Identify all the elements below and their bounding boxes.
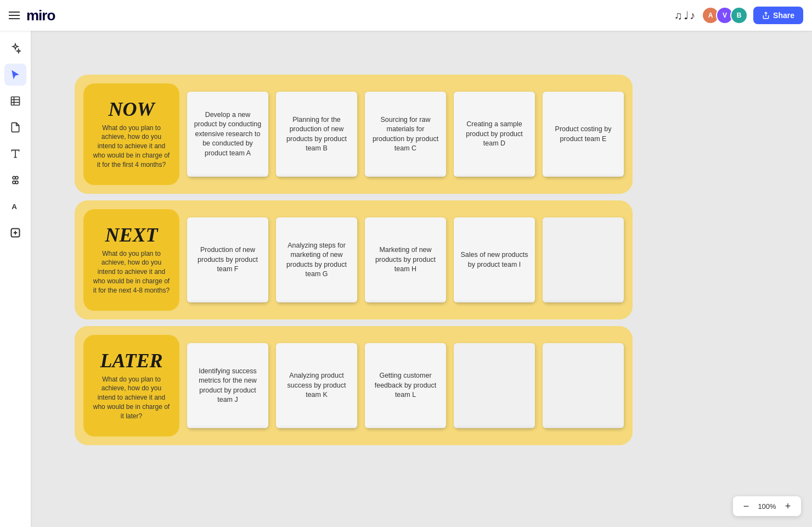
sticky-later-4[interactable]: [543, 343, 624, 428]
menu-button[interactable]: [9, 12, 20, 19]
sticky-later-1[interactable]: Analyzing product success by product tea…: [276, 343, 357, 428]
svg-rect-0: [12, 97, 20, 105]
lane-title-now: NOW: [108, 99, 154, 119]
sticky-next-0[interactable]: Production of new products by product te…: [187, 217, 268, 302]
ai-button[interactable]: [4, 37, 26, 59]
lane-desc-later: What do you plan to achieve, how do you …: [92, 375, 171, 421]
sidebar: A: [0, 31, 31, 527]
sticky-now-3[interactable]: Creating a sample product by product tea…: [454, 92, 535, 177]
lane-now: NOWWhat do you plan to achieve, how do y…: [75, 75, 633, 194]
add-tool[interactable]: [4, 222, 26, 244]
zoom-out-button[interactable]: −: [740, 500, 753, 513]
sticky-later-0[interactable]: Identifying success metrics for the new …: [187, 343, 268, 428]
lane-desc-next: What do you plan to achieve, how do you …: [92, 249, 171, 295]
zoom-controls: − 100% +: [733, 496, 801, 516]
avatar-3: B: [730, 7, 748, 24]
zoom-in-button[interactable]: +: [781, 500, 794, 513]
zoom-level: 100%: [757, 502, 777, 511]
sticky-next-2[interactable]: Marketing of new products by product tea…: [365, 217, 446, 302]
sticky-later-2[interactable]: Getting customer feedback by product tea…: [365, 343, 446, 428]
label-card-later: LATERWhat do you plan to achieve, how do…: [83, 335, 179, 436]
sticky-now-0[interactable]: Develop a new product by conducting exte…: [187, 92, 268, 177]
sticky-next-1[interactable]: Analyzing steps for marketing of new pro…: [276, 217, 357, 302]
svg-point-8: [13, 181, 15, 184]
lane-title-next: NEXT: [105, 225, 157, 245]
sticky-now-2[interactable]: Sourcing for raw materials for productio…: [365, 92, 446, 177]
label-card-next: NEXTWhat do you plan to achieve, how do …: [83, 209, 179, 311]
lane-later: LATERWhat do you plan to achieve, how do…: [75, 326, 633, 445]
sticky-next-4[interactable]: [543, 217, 624, 302]
music-icon: ♫♩♪: [674, 9, 696, 22]
cursor-tool[interactable]: [4, 64, 26, 86]
sticky-later-3[interactable]: [454, 343, 535, 428]
topbar-left: miro: [9, 7, 55, 24]
lane-desc-now: What do you plan to achieve, how do you …: [92, 124, 171, 170]
topbar-right: ♫♩♪ A V B Share: [674, 7, 803, 24]
svg-text:A: A: [12, 203, 17, 211]
svg-point-9: [15, 176, 18, 179]
canvas[interactable]: NOWWhat do you plan to achieve, how do y…: [31, 31, 812, 527]
avatar-group: A V B: [702, 7, 748, 24]
logo: miro: [26, 7, 55, 24]
share-button[interactable]: Share: [753, 7, 803, 24]
sticky-now-1[interactable]: Planning for the production of new produ…: [276, 92, 357, 177]
note-tool[interactable]: [4, 116, 26, 138]
lane-next: NEXTWhat do you plan to achieve, how do …: [75, 200, 633, 319]
sticky-now-4[interactable]: Product costing by product team E: [543, 92, 624, 177]
label-card-now: NOWWhat do you plan to achieve, how do y…: [83, 83, 179, 185]
table-tool[interactable]: [4, 90, 26, 112]
lane-title-later: LATER: [100, 351, 162, 371]
font-tool[interactable]: A: [4, 195, 26, 217]
topbar: miro ♫♩♪ A V B Share: [0, 0, 812, 31]
board: NOWWhat do you plan to achieve, how do y…: [75, 75, 633, 445]
templates-tool[interactable]: [4, 169, 26, 191]
text-tool[interactable]: [4, 143, 26, 165]
sticky-next-3[interactable]: Sales of new products by product team I: [454, 217, 535, 302]
